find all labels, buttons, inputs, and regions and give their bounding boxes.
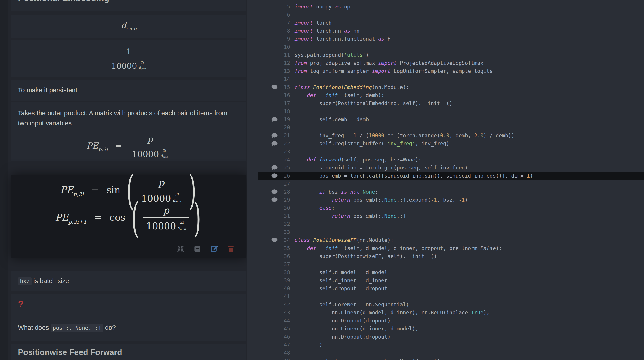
card-question[interactable]: ? What does pos[:, None, :] do? xyxy=(11,294,246,341)
code-text: sinusoid_inp = torch.ger(pos_seq, self.i… xyxy=(294,165,468,170)
code-line[interactable]: 47 ) xyxy=(247,341,644,349)
code-line[interactable]: 15class PositionalEmbedding(nn.Module): xyxy=(247,83,644,91)
block-toolbar xyxy=(177,245,235,253)
code-line[interactable]: 32 xyxy=(247,220,644,228)
card-heading-top[interactable]: Positional Embedding xyxy=(11,0,246,10)
left-paren: ( xyxy=(132,198,139,238)
line-number: 12 xyxy=(247,60,290,66)
code-line[interactable]: 44 nn.Dropout(dropout), xyxy=(247,316,644,325)
code-text: return pos_emb[:,None,:] xyxy=(294,213,406,219)
code-line[interactable]: 26 pos_emb = torch.cat([sinusoid_inp.sin… xyxy=(247,172,644,180)
line-number: 21 xyxy=(247,132,290,138)
code-line[interactable]: 41 xyxy=(247,292,644,300)
line-number: 8 xyxy=(247,28,290,34)
line-number: 17 xyxy=(247,100,290,106)
line-number: 4 xyxy=(247,0,290,2)
card-math-demb[interactable]: demb xyxy=(11,14,246,38)
code-line[interactable]: 24 def forward(self, pos_seq, bsz=None): xyxy=(247,156,644,164)
line-number: 37 xyxy=(247,262,290,267)
line-number: 11 xyxy=(247,52,290,58)
line-number: 18 xyxy=(247,108,290,114)
line-number: 40 xyxy=(247,286,290,291)
bsz-text: bsz is batch size xyxy=(18,276,69,286)
code-line[interactable]: 20 xyxy=(247,124,644,132)
code-text: import torch.nn.functional as F xyxy=(294,36,390,42)
code-line[interactable]: 37 xyxy=(247,260,644,268)
code-line[interactable]: 17 super(PositionalEmbedding, self).__in… xyxy=(247,99,644,107)
code-text: if bsz is not None: xyxy=(294,189,378,195)
card-outer-product[interactable]: Takes the outer product. A matrix with p… xyxy=(11,102,246,160)
code-text: self.CoreNet = nn.Sequential( xyxy=(294,302,409,308)
line-number: 10 xyxy=(247,44,290,50)
fraction: p 100002idemb xyxy=(138,178,184,204)
code-line[interactable]: 40 self.dropout = dropout xyxy=(247,284,644,292)
code-text: nn.Dropout(dropout), xyxy=(294,318,394,324)
code-line[interactable]: 36 super(PositionwiseFF, self).__init__(… xyxy=(247,252,644,260)
code-line[interactable]: 11sys.path.append('utils') xyxy=(247,51,644,59)
code-line[interactable]: 10 xyxy=(247,43,644,51)
code-line[interactable]: 7import torch xyxy=(247,19,644,27)
code-line[interactable]: 19 self.demb = demb xyxy=(247,116,644,124)
code-line[interactable]: 9import torch.nn.functional as F xyxy=(247,35,644,43)
line-number: 22 xyxy=(247,141,290,146)
code-line[interactable]: 35 def __init__(self, d_model, d_inner, … xyxy=(247,244,644,252)
code-line[interactable]: 29 return pos_emb[:,None,:].expand(-1, b… xyxy=(247,196,644,204)
code-line[interactable]: 21 inv_freq = 1 / (10000 ** (torch.arang… xyxy=(247,132,644,140)
code-line[interactable]: 23 xyxy=(247,148,644,156)
line-number: 43 xyxy=(247,310,290,316)
code-line[interactable]: 30 else: xyxy=(247,204,644,212)
code-text: self.demb = demb xyxy=(294,116,369,122)
code-line[interactable]: 13from log_uniform_sampler import LogUni… xyxy=(247,67,644,75)
card-sincos-selected[interactable]: PEp,2i = sin ( p 100002idemb ) PEp,2i+1 … xyxy=(11,175,246,258)
code-line[interactable]: 12from proj_adaptive_softmax import Proj… xyxy=(247,59,644,67)
line-number: 35 xyxy=(247,245,290,251)
code-line[interactable]: 48 xyxy=(247,349,644,357)
code-line[interactable]: 31 return pos_emb[:,None,:] xyxy=(247,212,644,220)
code-line[interactable]: 25 sinusoid_inp = torch.ger(pos_seq, sel… xyxy=(247,164,644,172)
line-number: 49 xyxy=(247,358,290,360)
code-line[interactable]: 27 xyxy=(247,180,644,188)
code-line[interactable]: 49 self.layer_norm = nn.LayerNorm(d_mode… xyxy=(247,357,644,360)
code-line[interactable]: 5import numpy as np xyxy=(247,3,644,11)
code-line[interactable]: 8import torch.nn as nn xyxy=(247,27,644,35)
code-line[interactable]: 45 nn.Linear(d_inner, d_model), xyxy=(247,325,644,333)
code-text: sys.path.append('utils') xyxy=(294,52,369,58)
code-line[interactable]: 39 self.d_inner = d_inner xyxy=(247,276,644,284)
code-line[interactable]: 16 def __init__(self, demb): xyxy=(247,91,644,99)
trash-icon[interactable] xyxy=(227,245,235,253)
card-persistent[interactable]: To make it persistent xyxy=(11,80,246,101)
code-text: def __init__(self, demb): xyxy=(294,92,384,98)
edit-icon[interactable] xyxy=(210,245,218,253)
code-text: class PositionwiseFF(nn.Module): xyxy=(294,237,394,243)
code-line[interactable]: 22 self.register_buffer('inv_freq', inv_… xyxy=(247,140,644,148)
card-bsz[interactable]: bsz is batch size xyxy=(11,271,246,291)
line-number: 34 xyxy=(247,237,290,243)
code-line[interactable]: 18 xyxy=(247,107,644,116)
card-heading-ff[interactable]: Positionwise Feed Forward xyxy=(11,344,246,360)
fraction: p 100002idemb xyxy=(129,134,171,159)
code-line[interactable]: 34class PositionwiseFF(nn.Module): xyxy=(247,236,644,244)
code-line[interactable]: 6 xyxy=(247,11,644,19)
code-line[interactable]: 38 self.d_model = d_model xyxy=(247,268,644,276)
code-line[interactable]: 33 xyxy=(247,228,644,236)
code-line[interactable]: 46 nn.Dropout(dropout), xyxy=(247,333,644,341)
code-line[interactable]: 14 xyxy=(247,75,644,83)
line-number: 32 xyxy=(247,221,290,227)
line-number: 23 xyxy=(247,149,290,154)
code-line[interactable]: 42 self.CoreNet = nn.Sequential( xyxy=(247,300,644,308)
line-number: 19 xyxy=(247,116,290,122)
persistent-text: To make it persistent xyxy=(18,85,77,95)
code-line[interactable]: 28 if bsz is not None: xyxy=(247,188,644,196)
code-editor-panel[interactable]: 45import numpy as np67import torch8impor… xyxy=(247,0,644,360)
math-var: d xyxy=(121,20,126,30)
code-line[interactable]: 43 nn.Linear(d_model, d_inner), nn.ReLU(… xyxy=(247,308,644,316)
collapse-icon[interactable] xyxy=(177,245,184,253)
code-line[interactable]: 4 xyxy=(247,0,644,3)
code-text: else: xyxy=(294,205,335,211)
remove-block-icon[interactable] xyxy=(194,245,201,253)
code-lines: 45import numpy as np67import torch8impor… xyxy=(247,0,644,360)
bsz-inline-code: bsz xyxy=(18,278,32,285)
card-math-invfreq[interactable]: 1 100002idemb xyxy=(11,40,246,77)
code-text: def __init__(self, d_model, d_inner, dro… xyxy=(294,245,502,251)
exponent-fraction: 2idemb xyxy=(138,61,146,70)
